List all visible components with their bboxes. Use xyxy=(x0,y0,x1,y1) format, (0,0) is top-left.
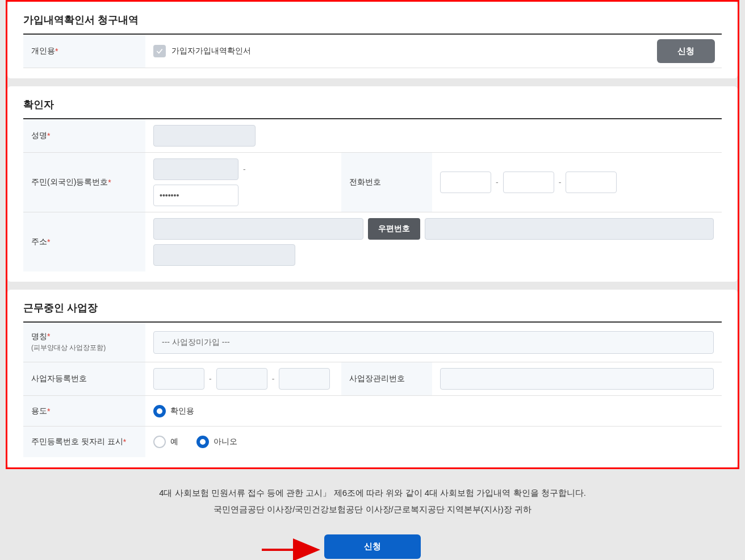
label-bizname: 명칭* (피부양대상 사업장포함) xyxy=(23,323,145,362)
submit-button[interactable]: 신청 xyxy=(324,534,421,559)
label-address: 주소* xyxy=(23,212,145,271)
section-title: 가입내역확인서 청구내역 xyxy=(23,13,722,35)
phone-3[interactable] xyxy=(566,172,617,193)
label-resident-no: 주민(외국인)등록번호* xyxy=(23,153,145,212)
label-phone: 전화번호 xyxy=(341,153,432,212)
bizname-select[interactable]: --- 사업장미가입 --- xyxy=(153,331,714,354)
section-confirmer: 확인자 성명* 주민(외국인)등록번호* - xyxy=(7,86,738,282)
section-workplace: 근무중인 사업장 명칭* (피부양대상 사업장포함) --- 사업장미가입 --… xyxy=(7,290,738,467)
section-claim-details: 가입내역확인서 청구내역 개인용* 가입자가입내역확인서 신청 xyxy=(7,2,738,78)
apply-button-top[interactable]: 신청 xyxy=(657,39,715,63)
radio-unselected-icon xyxy=(153,436,166,448)
radio-masking-no[interactable]: 아니오 xyxy=(196,436,237,448)
footer-action: 신청 xyxy=(6,523,739,560)
section-title: 확인자 xyxy=(23,98,722,119)
radio-selected-icon xyxy=(153,405,166,417)
section-title: 근무중인 사업장 xyxy=(23,301,722,323)
radio-usage-confirm[interactable]: 확인용 xyxy=(153,405,194,417)
phone-2[interactable] xyxy=(503,172,554,193)
phone-1[interactable] xyxy=(440,172,491,193)
mgmtno-input[interactable] xyxy=(440,368,714,390)
bizreg-3[interactable] xyxy=(279,368,330,390)
bizreg-2[interactable] xyxy=(216,368,267,390)
label-mgmtno: 사업장관리번호 xyxy=(341,362,432,395)
check-icon xyxy=(153,45,166,57)
label-masking: 주민등록번호 뒷자리 표시* xyxy=(23,427,145,457)
arrow-icon xyxy=(259,538,327,561)
footer-text: 4대 사회보험 민원서류 접수 등에 관한 고시」 제6조에 따라 위와 같이 … xyxy=(6,469,739,523)
resident-no-1[interactable] xyxy=(153,158,238,180)
highlight-region: 가입내역확인서 청구내역 개인용* 가입자가입내역확인서 신청 xyxy=(6,0,739,469)
label-usage: 용도* xyxy=(23,396,145,426)
address-main[interactable] xyxy=(425,218,714,240)
checkbox-subscriber-cert[interactable]: 가입자가입내역확인서 xyxy=(153,45,251,57)
label-name: 성명* xyxy=(23,119,145,152)
bizreg-1[interactable] xyxy=(153,368,204,390)
label-bizregno: 사업자등록번호 xyxy=(23,362,145,395)
zip-search-button[interactable]: 우편번호 xyxy=(368,218,420,240)
resident-no-2[interactable] xyxy=(153,185,238,206)
address-zip-display[interactable] xyxy=(153,218,363,240)
radio-masking-yes[interactable]: 예 xyxy=(153,436,178,448)
label-personal: 개인용* xyxy=(23,35,145,68)
name-input[interactable] xyxy=(153,125,256,147)
address-detail[interactable] xyxy=(153,244,295,266)
radio-selected-icon xyxy=(196,436,209,448)
